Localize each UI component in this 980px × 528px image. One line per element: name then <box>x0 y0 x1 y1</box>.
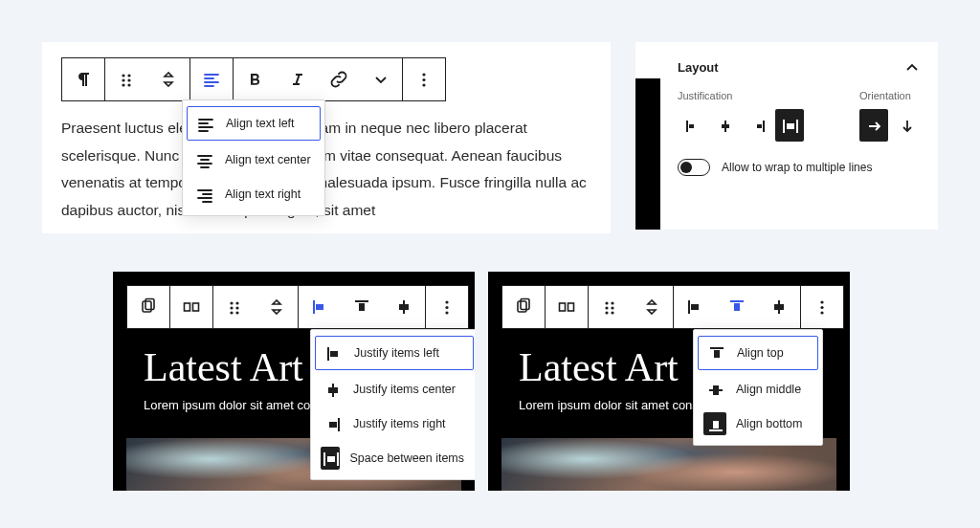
justify-left-option[interactable]: Justify items left <box>315 336 474 370</box>
align-bottom-option[interactable]: Align bottom <box>694 407 822 441</box>
move-up-down[interactable] <box>631 286 673 328</box>
align-top-icon <box>704 341 727 364</box>
align-right-icon <box>192 183 215 206</box>
drag-handle[interactable] <box>105 58 147 100</box>
option-label: Align text right <box>225 187 301 201</box>
space-between-option[interactable]: Space between items <box>311 441 475 475</box>
more-rich-text[interactable] <box>360 58 402 100</box>
align-center-option[interactable]: Align text center <box>183 143 324 177</box>
options-button[interactable] <box>426 286 468 328</box>
option-label: Align middle <box>736 383 801 396</box>
wrap-label: Allow to wrap to multiple lines <box>722 161 872 174</box>
move-up-down[interactable] <box>147 58 189 100</box>
justification-buttons <box>678 109 804 142</box>
horizontal-button[interactable] <box>859 109 888 142</box>
space-between-button[interactable] <box>775 109 804 142</box>
drag-handle[interactable] <box>589 286 631 328</box>
sidebar-accent <box>635 78 660 230</box>
justify-right-icon <box>321 412 344 435</box>
block-toolbar <box>126 285 469 329</box>
paragraph-text[interactable]: Praesent luctus eleifend consequare. Nam… <box>61 115 591 225</box>
text-block-panel: Praesent luctus eleifend consequare. Nam… <box>42 42 611 233</box>
paragraph-button[interactable] <box>62 58 104 100</box>
block-heading[interactable]: Latest Art <box>519 344 679 390</box>
block-toolbar <box>61 57 446 101</box>
valign-dropdown: Align top Align middle Align bottom <box>693 329 823 446</box>
select-parent-button[interactable] <box>127 286 169 328</box>
justify-center-option[interactable]: Justify items center <box>311 372 475 407</box>
cover-image <box>501 438 836 491</box>
layout-settings-panel: Layout Justification Orientation <box>635 42 938 230</box>
option-label: Justify items center <box>353 383 456 396</box>
align-dropdown: Align text left Align text center Align … <box>182 99 325 216</box>
justify-button[interactable] <box>299 286 341 328</box>
option-label: Justify items left <box>354 346 439 360</box>
option-label: Align text left <box>226 117 295 130</box>
row-block-icon[interactable] <box>170 286 212 328</box>
link-button[interactable] <box>318 58 360 100</box>
block-heading[interactable]: Latest Art <box>144 344 303 390</box>
space-between-icon <box>321 447 340 470</box>
drag-handle[interactable] <box>213 286 256 328</box>
align-bottom-icon <box>703 412 726 435</box>
vertical-button[interactable] <box>892 109 921 142</box>
italic-button[interactable] <box>276 58 318 100</box>
width-button[interactable] <box>383 286 425 328</box>
option-label: Align text center <box>225 153 311 166</box>
row-block-icon[interactable] <box>546 286 588 328</box>
justify-dropdown: Justify items left Justify items center … <box>310 329 475 480</box>
align-middle-icon <box>703 378 726 401</box>
row-block-panel-justify: Latest Art Lorem ipsum dolor sit amet co… <box>113 272 475 491</box>
align-left-icon <box>193 112 216 135</box>
justify-left-button[interactable] <box>678 109 706 142</box>
justification-label: Justification <box>678 90 804 101</box>
row-block-panel-valign: Latest Art Lorem ipsum dolor sit amet co… <box>488 272 850 491</box>
align-top-option[interactable]: Align top <box>698 336 818 370</box>
orientation-label: Orientation <box>859 90 921 101</box>
move-up-down[interactable] <box>256 286 298 328</box>
justify-left-icon <box>322 341 345 364</box>
justify-right-button[interactable] <box>743 109 771 142</box>
option-label: Justify items right <box>353 417 446 430</box>
options-button[interactable] <box>403 58 445 100</box>
select-parent-button[interactable] <box>502 286 545 328</box>
width-button[interactable] <box>758 286 800 328</box>
bold-button[interactable] <box>234 58 276 100</box>
align-right-option[interactable]: Align text right <box>183 177 324 211</box>
option-label: Align bottom <box>736 417 802 430</box>
justify-right-option[interactable]: Justify items right <box>311 407 475 441</box>
align-center-icon <box>192 148 215 171</box>
orientation-buttons <box>859 109 921 142</box>
valign-button[interactable] <box>716 286 758 328</box>
option-label: Space between items <box>349 451 464 465</box>
justify-button[interactable] <box>674 286 716 328</box>
align-button[interactable] <box>190 58 233 100</box>
align-left-option[interactable]: Align text left <box>187 106 321 141</box>
valign-button[interactable] <box>341 286 383 328</box>
options-button[interactable] <box>801 286 843 328</box>
justify-center-button[interactable] <box>710 109 739 142</box>
layout-title: Layout <box>678 60 719 75</box>
align-middle-option[interactable]: Align middle <box>694 372 822 407</box>
option-label: Align top <box>737 346 784 360</box>
justify-center-icon <box>321 378 344 401</box>
wrap-toggle[interactable] <box>678 159 710 176</box>
block-toolbar <box>501 285 844 329</box>
collapse-icon[interactable] <box>902 57 921 77</box>
